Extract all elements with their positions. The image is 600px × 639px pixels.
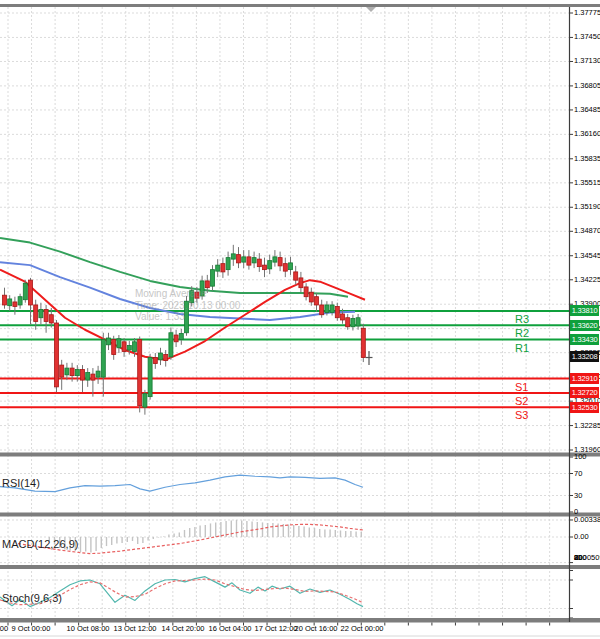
candle	[283, 258, 287, 278]
candle	[143, 390, 147, 415]
candle-body	[205, 281, 209, 288]
candle-body	[148, 358, 152, 397]
candle-body	[216, 265, 220, 271]
x-axis-label[interactable]: 9 Oct 00:00	[12, 624, 51, 633]
candle-body	[159, 353, 163, 360]
level-label-r2: R2	[515, 328, 529, 339]
candle	[174, 330, 178, 347]
candle-body	[133, 342, 137, 352]
price-tick-label: 1.36805	[574, 82, 600, 90]
candle-body	[320, 305, 324, 315]
candle-body	[309, 292, 313, 302]
candle	[242, 250, 246, 268]
candle-body	[96, 371, 100, 377]
stoch-label: Stoch(9,6,3)	[2, 592, 62, 604]
candle	[23, 280, 27, 303]
candle-body	[39, 309, 43, 317]
candle	[169, 328, 173, 360]
candle	[96, 366, 100, 384]
candle	[273, 250, 277, 267]
candle-body	[153, 358, 157, 364]
candle	[351, 315, 355, 331]
candle	[361, 324, 365, 362]
candle-body	[242, 257, 246, 262]
candle-body	[221, 264, 225, 272]
price-tick-label: 1.37130	[574, 57, 600, 65]
x-axis-label[interactable]: 16 Oct 04:00	[209, 624, 252, 633]
candle	[117, 335, 121, 353]
candle-body	[211, 270, 215, 287]
candle	[226, 252, 230, 276]
candle	[315, 293, 319, 312]
level-price-tag-r3: 1.33810	[570, 305, 599, 316]
candle	[112, 336, 116, 360]
panel-separator[interactable]	[0, 618, 600, 623]
candle	[153, 353, 157, 369]
candle	[159, 348, 163, 365]
rsi-line	[0, 475, 363, 492]
candle-body	[174, 335, 178, 342]
level-price-tag-s2: 1.32720	[570, 387, 599, 398]
candle-body	[18, 297, 22, 305]
x-axis-label[interactable]: :00	[0, 624, 8, 633]
chart-plot-area[interactable]	[0, 0, 600, 639]
x-axis-label[interactable]: 22 Oct 00:00	[341, 624, 384, 633]
candle	[299, 272, 303, 292]
rsi-tick-label: 70	[574, 470, 582, 478]
x-axis-label[interactable]: 13 Oct 12:00	[114, 624, 157, 633]
candle-body	[341, 314, 345, 320]
level-label-r1: R1	[515, 343, 529, 354]
candle-body	[268, 261, 272, 269]
candle-body	[127, 346, 131, 351]
candle-body	[112, 340, 116, 355]
candle-body	[75, 370, 79, 376]
candle	[18, 294, 22, 309]
price-tick-label: 1.36485	[574, 106, 600, 114]
candle	[309, 288, 313, 306]
candle	[320, 300, 324, 318]
rsi-tick-label: 30	[574, 492, 582, 500]
ma-tooltip: Moving Average Time: 2023.10.13 00:00 Va…	[135, 288, 240, 323]
candle	[81, 365, 85, 392]
candle	[60, 360, 64, 390]
candle	[231, 245, 235, 266]
candle-body	[237, 255, 241, 263]
candle-body	[86, 373, 90, 381]
price-tick-label: 1.34225	[574, 276, 600, 284]
candle-body	[49, 315, 53, 323]
candle-body	[257, 259, 261, 267]
candle-body	[361, 328, 365, 357]
candle-body	[29, 280, 33, 305]
rsi-tick-label: 100	[574, 453, 587, 461]
panel-separator[interactable]	[0, 453, 600, 457]
candle-body	[289, 263, 293, 270]
candle-body	[55, 323, 59, 387]
candle-body	[315, 297, 319, 305]
candle-body	[34, 305, 38, 322]
x-axis-label[interactable]: 14 Oct 20:00	[162, 624, 205, 633]
candle	[237, 247, 241, 268]
level-price-tag-s1: 1.32910	[570, 373, 599, 384]
panel-separator[interactable]	[0, 513, 600, 517]
price-tick-label: 1.35515	[574, 179, 600, 187]
candle	[13, 297, 17, 315]
candle-body	[263, 265, 267, 270]
candle	[211, 265, 215, 291]
candle-body	[143, 394, 147, 408]
chart-shift-marker[interactable]	[366, 7, 376, 12]
candle-body	[81, 370, 85, 381]
macd-tick-label: 0.00338	[574, 516, 600, 524]
candle	[39, 303, 43, 325]
x-axis-label[interactable]: 10 Oct 08:00	[67, 624, 110, 633]
price-tick-label: 1.37775	[574, 9, 600, 17]
candle	[294, 266, 298, 285]
candle-body	[65, 368, 69, 375]
panel-separator[interactable]	[0, 565, 600, 569]
candle	[346, 314, 350, 330]
x-axis-label[interactable]: 17 Oct 12:00	[255, 624, 298, 633]
candle-body	[44, 309, 48, 321]
candle-body	[179, 334, 183, 340]
price-tick-label: 1.32285	[574, 422, 600, 430]
x-axis-label[interactable]: 20 Oct 16:00	[295, 624, 338, 633]
candle-body	[8, 299, 12, 306]
